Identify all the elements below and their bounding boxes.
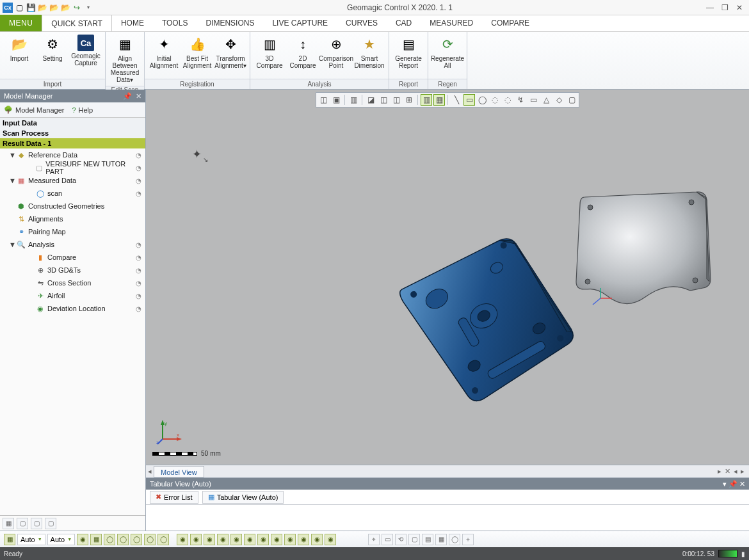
visibility-icon[interactable]: ◔ — [136, 280, 141, 287]
tree-header-input[interactable]: Input Data — [0, 118, 145, 128]
visibility-icon[interactable]: ◔ — [136, 190, 141, 197]
tree-row-2[interactable]: ▼▦Measured Data◔ — [0, 174, 145, 187]
maximize-button[interactable]: ❐ — [721, 3, 729, 12]
bt-r-7[interactable]: ◯ — [449, 534, 460, 545]
view-flood-icon[interactable]: ▭ — [528, 94, 539, 106]
visibility-icon[interactable]: ◔ — [136, 254, 141, 261]
tree-row-4[interactable]: ⬢Constructed Geometries — [0, 200, 145, 212]
ribbon-btn-2-0[interactable]: ✦Initial Alignment — [149, 35, 179, 69]
bt-r-5[interactable]: ▤ — [422, 534, 433, 545]
tab-measured[interactable]: MEASURED — [421, 15, 482, 31]
tab-error-list[interactable]: ✖Error List — [150, 491, 198, 504]
view-sel-b-icon[interactable]: ▦ — [433, 94, 445, 106]
tabular-dd-icon[interactable]: ▾ — [723, 480, 727, 488]
view-lasso-icon[interactable]: ◌ — [489, 94, 501, 106]
tab-cad[interactable]: CAD — [387, 15, 421, 31]
view-ext2-icon[interactable]: ◇ — [553, 94, 565, 106]
footer-btn-4[interactable]: ▢ — [45, 518, 56, 529]
tab-quick-start[interactable]: QUICK START — [42, 15, 112, 31]
visibility-icon[interactable]: ◔ — [136, 267, 141, 274]
footer-btn-1[interactable]: ▦ — [3, 518, 14, 529]
view-shade-icon[interactable]: ▥ — [348, 94, 359, 106]
minimize-button[interactable]: — — [706, 3, 714, 12]
ribbon-btn-3-2[interactable]: ⊕Comparison Point — [321, 35, 351, 69]
bt-btn-17[interactable]: ◉ — [284, 534, 296, 545]
tab-curves[interactable]: CURVES — [337, 15, 387, 31]
visibility-icon[interactable]: ◔ — [136, 305, 141, 312]
bt-btn-10[interactable]: ◉ — [190, 534, 202, 545]
bt-r-8[interactable]: ＋ — [462, 534, 474, 545]
bt-btn-1[interactable]: ▦ — [4, 534, 15, 545]
tabular-pin-icon[interactable]: 📌 — [729, 480, 737, 488]
tab-live-capture[interactable]: LIVE CAPTURE — [263, 15, 337, 31]
qat-dropdown-icon[interactable]: ▾ — [83, 3, 93, 13]
close-button[interactable]: ✕ — [736, 3, 743, 12]
menu-button[interactable]: MENU — [0, 15, 42, 31]
bt-btn-15[interactable]: ◉ — [257, 534, 269, 545]
bt-btn-19[interactable]: ◉ — [311, 534, 323, 545]
view-sel-a-icon[interactable]: ▥ — [421, 94, 432, 106]
bt-btn-5[interactable]: ◯ — [117, 534, 129, 545]
bt-btn-11[interactable]: ◉ — [204, 534, 215, 545]
tree-row-8[interactable]: ▮Compare◔ — [0, 251, 145, 264]
bt-auto-2[interactable]: Auto▼ — [47, 534, 76, 545]
tree-row-6[interactable]: ⚭Pairing Map — [0, 225, 145, 238]
view-tab-left-icon[interactable]: ◂ — [146, 467, 154, 476]
bt-auto-1[interactable]: Auto▼ — [17, 534, 45, 545]
ribbon-btn-0-2[interactable]: CaGeomagic Capture — [70, 35, 101, 67]
bt-r-2[interactable]: ▭ — [382, 534, 393, 545]
bt-btn-14[interactable]: ◉ — [244, 534, 255, 545]
open-icon[interactable]: 📂 — [37, 3, 47, 13]
tree-row-5[interactable]: ⇅Alignments — [0, 212, 145, 225]
tree-row-11[interactable]: ✈Airfoil◔ — [0, 289, 145, 302]
view-rect-icon[interactable]: ▭ — [463, 94, 475, 106]
bt-r-3[interactable]: ⟲ — [395, 534, 407, 545]
tab-dimensions[interactable]: DIMENSIONS — [197, 15, 263, 31]
view-ortho-icon[interactable]: ◫ — [378, 94, 389, 106]
bt-btn-13[interactable]: ◉ — [230, 534, 242, 545]
visibility-icon[interactable]: ◔ — [136, 241, 141, 248]
tab-help[interactable]: ?Help — [72, 106, 93, 114]
view-brush-icon[interactable]: ↯ — [515, 94, 526, 106]
bt-btn-2[interactable]: ◉ — [77, 534, 88, 545]
tree-row-12[interactable]: ◉Deviation Location◔ — [0, 302, 145, 315]
view-circ-icon[interactable]: ◯ — [476, 94, 488, 106]
tab-compare[interactable]: COMPARE — [482, 15, 538, 31]
tabular-close-icon[interactable]: ✕ — [739, 480, 745, 488]
bt-btn-18[interactable]: ◉ — [298, 534, 309, 545]
bt-btn-9[interactable]: ◉ — [177, 534, 188, 545]
view-split-icon[interactable]: ◫ — [391, 94, 402, 106]
bt-r-1[interactable]: ⌖ — [368, 534, 380, 545]
tree-row-3[interactable]: ◯scan◔ — [0, 187, 145, 200]
ribbon-btn-2-2[interactable]: ✥Transform Alignment▾ — [215, 35, 246, 69]
visibility-icon[interactable]: ◔ — [136, 164, 141, 172]
bt-btn-4[interactable]: ◯ — [104, 534, 115, 545]
visibility-icon[interactable]: ◔ — [136, 292, 141, 300]
bt-btn-16[interactable]: ◉ — [271, 534, 282, 545]
save-icon[interactable]: 💾 — [26, 3, 36, 13]
pin-icon[interactable]: 📌 — [123, 92, 132, 100]
bt-btn-3[interactable]: ▦ — [90, 534, 102, 545]
viewport-3d[interactable]: ◫ ▣ ▥ ◪ ◫ ◫ ⊞ ▥ ▦ ╲ ▭ ◯ ◌ ◌ ↯ ▭ △ — [146, 90, 749, 465]
view-iso-icon[interactable]: ◫ — [318, 94, 329, 106]
view-ext-icon[interactable]: △ — [540, 94, 552, 106]
footer-btn-2[interactable]: ▢ — [17, 518, 28, 529]
bt-r-6[interactable]: ▦ — [435, 534, 447, 545]
view-box-icon[interactable]: ▣ — [330, 94, 342, 106]
ribbon-btn-2-1[interactable]: 👍Best Fit Alignment — [182, 35, 213, 69]
tree-header-scan[interactable]: Scan Process — [0, 128, 145, 138]
tree-row-9[interactable]: ⊕3D GD&Ts◔ — [0, 264, 145, 276]
visibility-icon[interactable]: ◔ — [136, 152, 141, 159]
new-icon[interactable]: ▢ — [14, 3, 24, 13]
visibility-icon[interactable]: ◔ — [136, 177, 141, 184]
ribbon-btn-4-0[interactable]: ▤Generate Report — [393, 35, 424, 69]
view-ext3-icon[interactable]: ▢ — [566, 94, 577, 106]
redo-icon[interactable]: ↪ — [72, 3, 82, 13]
bt-btn-7[interactable]: ◯ — [144, 534, 156, 545]
ribbon-btn-1-0[interactable]: ▦Align Between Measured Data▾ — [109, 35, 140, 83]
ribbon-btn-0-0[interactable]: 📂Import — [4, 35, 35, 67]
bt-btn-8[interactable]: ◯ — [157, 534, 169, 545]
bt-btn-12[interactable]: ◉ — [217, 534, 229, 545]
tree-row-0[interactable]: ▼◆Reference Data◔ — [0, 148, 145, 161]
view-tab-controls[interactable]: ▸ ✕ ◂ ▸ — [718, 467, 749, 476]
